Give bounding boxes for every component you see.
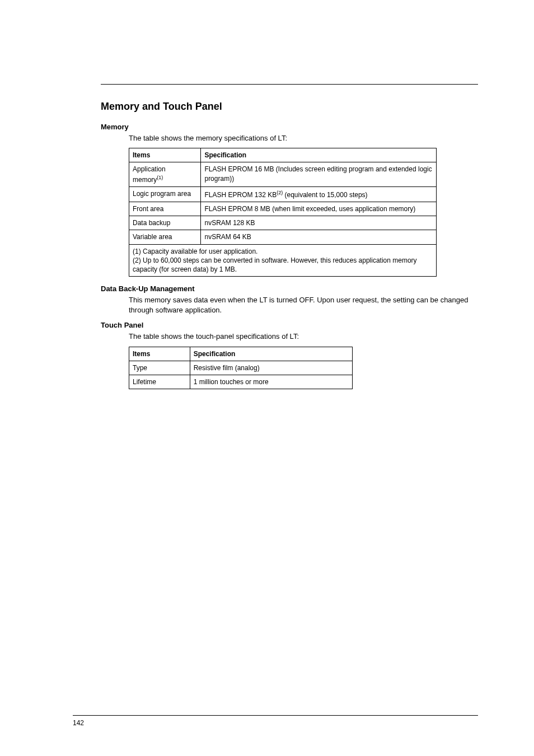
text: FLASH EPROM 132 KB [204, 191, 277, 199]
table-row: Application memory(1) FLASH EPROM 16 MB … [129, 162, 437, 186]
cell-spec: nvSRAM 128 KB [201, 216, 437, 230]
table-row: Front area FLASH EPROM 8 MB (when limit … [129, 202, 437, 216]
page-content: Memory and Touch Panel Memory The table … [0, 0, 534, 389]
cell-spec: FLASH EPROM 16 MB (Includes screen editi… [201, 162, 437, 186]
cell-item: Logic program area [129, 186, 201, 202]
cell-item: Type [129, 361, 190, 375]
touch-table: Items Specification Type Resistive film … [129, 347, 353, 390]
col-header-spec: Specification [201, 148, 437, 162]
table-footnote-row: (1) Capacity available for user applicat… [129, 244, 437, 277]
memory-heading: Memory [101, 123, 478, 131]
cell-item: Front area [129, 202, 201, 216]
cell-spec: Resistive film (analog) [190, 361, 352, 375]
table-row: Logic program area FLASH EPROM 132 KB(2)… [129, 186, 437, 202]
superscript: (2) [277, 190, 283, 195]
table-row: Type Resistive film (analog) [129, 361, 353, 375]
touch-intro: The table shows the touch-panel specific… [129, 332, 478, 342]
section-title: Memory and Touch Panel [101, 101, 478, 113]
backup-text: This memory saves data even when the LT … [129, 295, 478, 315]
text: (equivalent to 15,000 steps) [283, 191, 367, 199]
cell-spec: 1 million touches or more [190, 375, 352, 389]
memory-intro: The table shows the memory specification… [129, 133, 478, 143]
cell-item: Data backup [129, 216, 201, 230]
cell-item: Variable area [129, 230, 201, 244]
touch-heading: Touch Panel [101, 321, 478, 329]
table-header-row: Items Specification [129, 148, 437, 162]
footer-rule [73, 715, 478, 716]
col-header-spec: Specification [190, 347, 352, 361]
table-row: Data backup nvSRAM 128 KB [129, 216, 437, 230]
memory-table: Items Specification Application memory(1… [129, 148, 437, 277]
col-header-items: Items [129, 148, 201, 162]
cell-spec: nvSRAM 64 KB [201, 230, 437, 244]
cell-item: Application memory(1) [129, 162, 201, 186]
footnote-cell: (1) Capacity available for user applicat… [129, 244, 437, 277]
superscript: (1) [157, 175, 163, 180]
col-header-items: Items [129, 347, 190, 361]
backup-heading: Data Back-Up Management [101, 284, 478, 293]
cell-spec: FLASH EPROM 132 KB(2) (equivalent to 15,… [201, 186, 437, 202]
cell-item: Lifetime [129, 375, 190, 389]
top-rule [101, 84, 478, 85]
table-row: Lifetime 1 million touches or more [129, 375, 353, 389]
table-header-row: Items Specification [129, 347, 353, 361]
page-number: 142 [73, 719, 84, 727]
cell-spec: FLASH EPROM 8 MB (when limit exceeded, u… [201, 202, 437, 216]
table-row: Variable area nvSRAM 64 KB [129, 230, 437, 244]
